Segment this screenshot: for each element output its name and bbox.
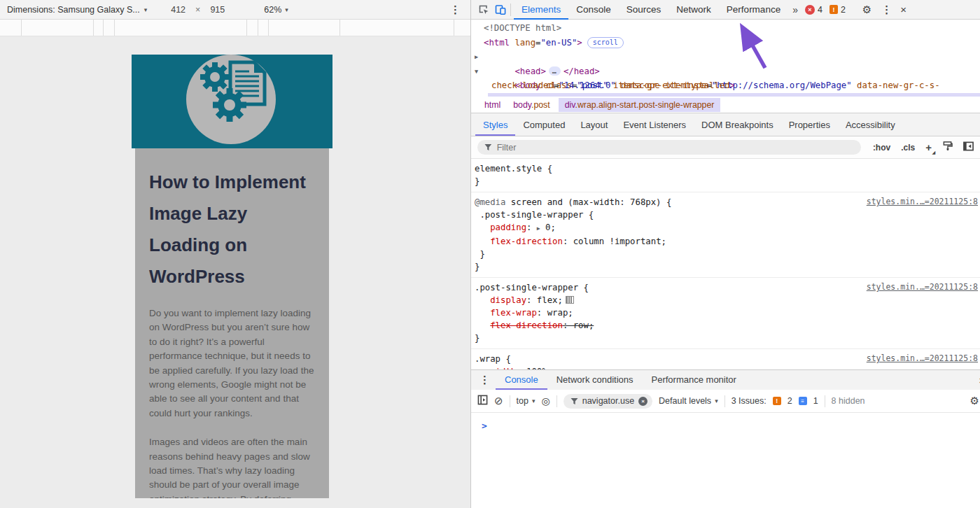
inspect-element-icon[interactable] (475, 1, 492, 19)
tab-network[interactable]: Network (668, 0, 719, 20)
more-tabs-icon[interactable]: » (788, 4, 802, 15)
context-selector-value: top (517, 396, 528, 406)
css-property-flex-wrap[interactable]: flex-wrap: wrap; (475, 306, 980, 319)
breadcrumb-body[interactable]: body.post (512, 98, 551, 112)
clear-filter-icon[interactable]: × (638, 397, 648, 406)
new-style-rule-button[interactable]: +◢ (925, 141, 932, 153)
code-line-html[interactable]: <html lang="en-US">scroll (471, 36, 980, 50)
chevron-down-icon: ▾ (532, 397, 536, 404)
context-selector[interactable]: top ▾ (517, 396, 536, 406)
media-query-bar (0, 20, 470, 36)
code-line-body-continued[interactable]: check-loaded="14.1264.0" data-gr-ext-ins… (471, 78, 980, 93)
tab-styles[interactable]: Styles (475, 113, 515, 136)
style-rule-media[interactable]: styles.min.…=20211125:8 @media screen an… (471, 192, 980, 278)
css-selector-line[interactable]: .post-single-wrapper { (475, 209, 980, 221)
drawer-tab-network-conditions[interactable]: Network conditions (547, 370, 643, 390)
toggle-element-state-button[interactable]: :hov (873, 143, 890, 153)
error-count-badge[interactable]: × 4 (805, 5, 822, 15)
console-settings-gear-icon[interactable]: ⚙ (970, 395, 979, 407)
clear-console-icon[interactable]: ⊘ (494, 395, 503, 407)
tab-elements[interactable]: Elements (514, 0, 568, 20)
hidden-messages-label[interactable]: 8 hidden (832, 396, 865, 406)
gears-document-illustration (132, 55, 332, 148)
warning-count: 2 (841, 5, 846, 15)
style-rule-post-single-wrapper[interactable]: styles.min.…=20211125:8 .post-single-wra… (471, 278, 980, 349)
device-width-field[interactable]: 412 (171, 5, 186, 15)
ruler-tick (268, 20, 269, 36)
tab-dom-breakpoints[interactable]: DOM Breakpoints (694, 113, 781, 136)
console-prompt-icon[interactable]: > (482, 421, 487, 431)
style-rule-element[interactable]: element.style { } (471, 159, 980, 192)
divider (724, 395, 725, 407)
code-line-head[interactable]: ▶<head>…</head> (471, 50, 980, 64)
breadcrumb: html body.post div.wrap.align-start.post… (471, 97, 980, 113)
computed-sidebar-toggle-icon[interactable] (963, 141, 974, 154)
tab-console[interactable]: Console (568, 0, 619, 20)
styles-pane: element.style { } styles.min.…=20211125:… (471, 159, 980, 370)
console-toolbar: ⊘ top ▾ ◎ navigator.use × Default levels… (471, 390, 980, 413)
css-close-line: } (475, 175, 980, 188)
css-property-flex-direction[interactable]: flex-direction: column !important; (475, 235, 980, 248)
device-zoom-value: 62% (264, 5, 281, 15)
breadcrumb-div-selected[interactable]: div.wrap.align-start.post-single-wrapper (559, 98, 721, 112)
console-filter-value: navigator.use (582, 396, 634, 406)
log-levels-select[interactable]: Default levels ▾ (659, 396, 718, 406)
device-height-field[interactable]: 915 (210, 5, 225, 15)
styles-filter-input[interactable] (497, 143, 854, 153)
element-classes-button[interactable]: .cls (901, 143, 915, 153)
css-property-padding[interactable]: padding: ▶ 0; (475, 221, 980, 235)
stylesheet-source-link[interactable]: styles.min.…=20211125:8 (867, 282, 978, 292)
device-dimensions-select[interactable]: Dimensions: Samsung Galaxy S... ▾ (7, 5, 147, 15)
toggle-device-toolbar-icon[interactable] (492, 1, 509, 19)
console-output[interactable]: > (471, 413, 980, 432)
live-expression-eye-icon[interactable]: ◎ (542, 395, 550, 407)
css-close-line: } (475, 248, 980, 260)
css-close-line: } (475, 260, 980, 273)
tab-sources[interactable]: Sources (619, 0, 669, 20)
rendering-emulations-icon[interactable] (942, 141, 953, 154)
ruler-tick (246, 20, 247, 36)
ruler-tick (258, 20, 258, 36)
drawer-tab-console[interactable]: Console (496, 370, 547, 390)
tab-layout[interactable]: Layout (573, 113, 615, 136)
device-zoom-select[interactable]: 62% ▾ (264, 5, 288, 15)
code-line-body[interactable]: ▼<body class="post" itemscope itemtype="… (471, 64, 980, 79)
console-sidebar-toggle-icon[interactable] (477, 395, 488, 407)
tab-computed[interactable]: Computed (515, 113, 573, 136)
css-property-display[interactable]: display: flex; (475, 294, 980, 306)
issues-label[interactable]: 3 Issues: (732, 396, 766, 406)
chevron-down-icon: ▾ (144, 6, 148, 13)
console-filter-pill[interactable]: navigator.use × (564, 394, 652, 409)
styles-tab-bar: Styles Computed Layout Event Listeners D… (471, 113, 980, 136)
devtools-pane: Elements Console Sources Network Perform… (471, 0, 980, 508)
drawer-tab-performance-monitor[interactable]: Performance monitor (643, 370, 746, 390)
tab-properties[interactable]: Properties (781, 113, 838, 136)
styles-filter-pill[interactable] (477, 140, 861, 155)
stylesheet-source-link[interactable]: styles.min.…=20211125:8 (867, 197, 978, 206)
ruler-tick (103, 20, 104, 36)
ruler-tick (114, 20, 115, 36)
tab-event-listeners[interactable]: Event Listeners (615, 113, 694, 136)
css-property-flex-direction-overridden[interactable]: flex-direction: row; (475, 319, 980, 332)
article-title: How to Implement Image Lazy Loading on W… (149, 167, 315, 292)
device-toolbar-menu-icon[interactable]: ⋮ (447, 3, 463, 16)
collapse-caret-icon[interactable]: ▼ (475, 64, 478, 79)
ruler-tick (21, 20, 22, 36)
style-rule-wrap[interactable]: styles.min.…=20211125:8 .wrap { width: 1… (471, 349, 980, 370)
breadcrumb-html[interactable]: html (483, 98, 502, 112)
drawer-tab-bar: ⋮ Console Network conditions Performance… (471, 370, 980, 390)
console-drawer: ⋮ Console Network conditions Performance… (471, 369, 980, 508)
expand-caret-icon[interactable]: ▶ (475, 50, 478, 64)
scroll-badge[interactable]: scroll (587, 37, 624, 48)
css-selector-line[interactable]: element.style { (475, 162, 980, 175)
stylesheet-source-link[interactable]: styles.min.…=20211125:8 (867, 353, 978, 363)
devtools-menu-icon[interactable]: ⋮ (878, 3, 895, 16)
code-line-doctype[interactable]: <!DOCTYPE html> (471, 21, 980, 36)
article-hero-image (132, 55, 332, 148)
warning-count-badge[interactable]: ! 2 (830, 5, 846, 15)
tab-performance[interactable]: Performance (719, 0, 788, 20)
settings-gear-icon[interactable]: ⚙ (862, 3, 872, 16)
close-devtools-icon[interactable]: × (900, 3, 906, 15)
drawer-menu-icon[interactable]: ⋮ (477, 374, 493, 386)
tab-accessibility[interactable]: Accessibility (838, 113, 903, 136)
